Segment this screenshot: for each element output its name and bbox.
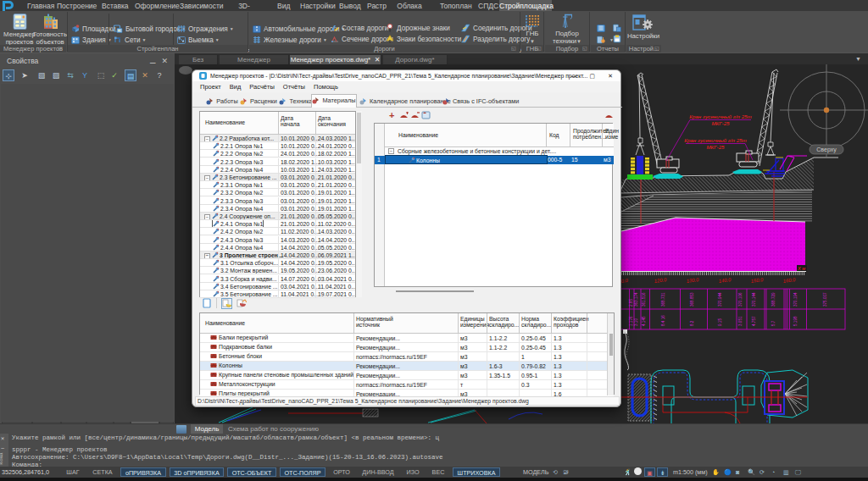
svg-text:Сверху: Сверху bbox=[816, 147, 837, 153]
svg-text:3.051: 3.051 bbox=[738, 316, 743, 326]
svg-text:375.007: 375.007 bbox=[823, 292, 827, 307]
svg-text:3.10: 3.10 bbox=[634, 318, 638, 326]
svg-text:370.144: 370.144 bbox=[752, 292, 756, 307]
svg-text:4.145: 4.145 bbox=[642, 316, 646, 326]
svg-text:140.0: 140.0 bbox=[718, 277, 732, 284]
svg-text:0.0: 0.0 bbox=[620, 278, 629, 284]
svg-text:370.106: 370.106 bbox=[738, 292, 743, 307]
svg-text:8.2: 8.2 bbox=[690, 320, 694, 326]
svg-text:Кран гусеничный г/п 25т: Кран гусеничный г/п 25т bbox=[684, 137, 746, 143]
svg-text:368.731: 368.731 bbox=[661, 292, 665, 307]
svg-text:368.853: 368.853 bbox=[690, 292, 694, 307]
svg-text:Х м: Х м bbox=[797, 266, 805, 271]
svg-text:2.85: 2.85 bbox=[629, 299, 633, 307]
svg-text:150.0: 150.0 bbox=[750, 277, 764, 284]
svg-text:9.15: 9.15 bbox=[718, 318, 722, 326]
svg-text:8.4 16: 8.4 16 bbox=[661, 315, 665, 326]
svg-text:4.757: 4.757 bbox=[752, 316, 756, 326]
svg-text:363.174: 363.174 bbox=[634, 292, 638, 307]
svg-text:5.7: 5.7 bbox=[771, 320, 776, 326]
svg-text:370.194: 370.194 bbox=[793, 292, 798, 307]
svg-text:МКГ-25: МКГ-25 bbox=[711, 120, 730, 126]
svg-text:160.0: 160.0 bbox=[782, 277, 796, 284]
svg-text:1.176: 1.176 bbox=[629, 316, 633, 326]
svg-text:368.729: 368.729 bbox=[771, 292, 776, 307]
svg-text:Кран гусеничный г/п 25т: Кран гусеничный г/п 25т bbox=[689, 113, 751, 119]
svg-text:МКГ-25: МКГ-25 bbox=[706, 144, 725, 150]
svg-text:120.0: 120.0 bbox=[654, 277, 667, 284]
svg-text:5.198: 5.198 bbox=[793, 316, 798, 326]
svg-text:370.944: 370.944 bbox=[718, 292, 722, 307]
svg-text:130.0: 130.0 bbox=[686, 277, 699, 284]
svg-text:361.516: 361.516 bbox=[642, 292, 646, 307]
